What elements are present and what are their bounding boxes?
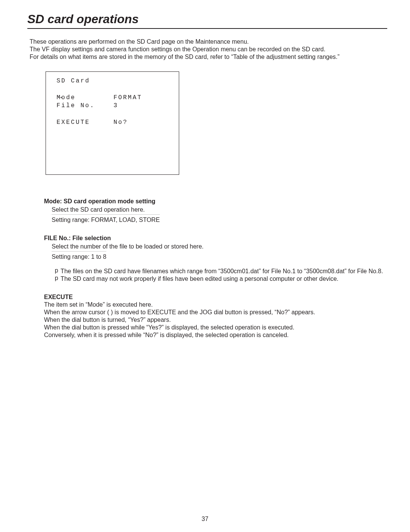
mode-section: Mode: SD card operation mode setting Sel… [44,198,387,224]
bullet-icon: p [55,268,58,275]
execute-title: EXECUTE [44,293,387,301]
execute-line: When the dial button is pressed while “Y… [44,324,387,331]
bullet-icon: p [55,275,58,282]
lcd-screen: SD Card → Mode FORMAT File No. 3 EXECUTE… [46,71,179,175]
lcd-mode-label: Mode [57,94,114,102]
execute-line: When the arrow cursor ( ) is moved to EX… [44,309,387,316]
mode-title: Mode: SD card operation mode setting [44,198,387,205]
fileno-title: FILE No.: File selection [44,234,387,242]
intro-line: These operations are performed on the SD… [30,38,387,46]
note-text: The SD card may not work properly if fil… [61,275,339,283]
intro-paragraph: These operations are performed on the SD… [30,38,387,61]
page-number: 37 [0,515,410,523]
lcd-header: SD Card [57,77,114,86]
mode-sub: Select the SD card operation here. [52,206,387,214]
execute-line: When the dial button is turned, “Yes?” a… [44,316,387,324]
lcd-mode-value: FORMAT [114,94,142,102]
arrow-right-icon: → [58,94,63,102]
page-title: SD card operations [27,11,387,29]
mode-range: Setting range: FORMAT, LOAD, STORE [52,214,160,224]
execute-line: Conversely, when it is pressed while “No… [44,331,387,339]
lcd-execute-label: EXECUTE [57,119,114,127]
lcd-execute-value: No? [114,119,128,127]
note-row: p The files on the SD card have filename… [55,268,387,275]
lcd-fileno-label: File No. [57,102,114,110]
intro-line: For details on what items are stored in … [30,53,387,61]
intro-line: The VF display settings and camera funct… [30,46,387,53]
note-row: p The SD card may not work properly if f… [55,275,387,283]
lcd-fileno-value: 3 [114,102,118,110]
execute-line: The item set in “Mode” is executed here. [44,301,387,309]
execute-section: EXECUTE The item set in “Mode” is execut… [44,293,387,339]
fileno-range: Setting range: 1 to 8 [52,251,106,261]
note-text: The files on the SD card have filenames … [61,268,383,275]
fileno-sub: Select the number of the file to be load… [52,243,387,250]
fileno-section: FILE No.: File selection Select the numb… [44,234,387,283]
